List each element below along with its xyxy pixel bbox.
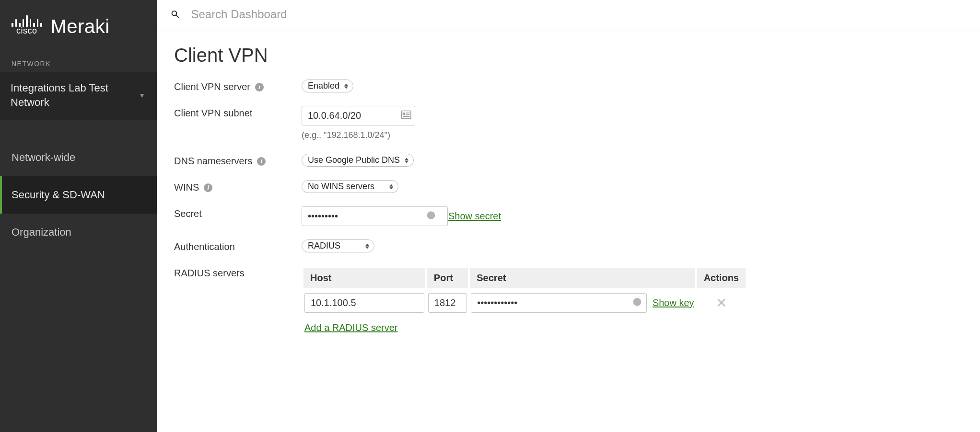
cisco-text: cisco: [16, 26, 37, 36]
input-radius-host[interactable]: [304, 293, 424, 313]
network-selector[interactable]: Integrations Lab Test Network ▼: [0, 72, 157, 120]
link-show-secret[interactable]: Show secret: [448, 211, 501, 222]
th-secret: Secret: [470, 268, 695, 288]
top-search-bar: [157, 0, 980, 31]
sidebar: cisco Meraki NETWORK Integrations Lab Te…: [0, 0, 157, 432]
input-vpn-subnet[interactable]: [302, 106, 415, 125]
remove-row-button[interactable]: ✕: [698, 295, 745, 311]
th-port: Port: [427, 268, 468, 288]
table-row-add: Add a RADIUS server: [303, 318, 746, 336]
sort-arrows-icon: [365, 243, 369, 249]
sidebar-item-network-wide[interactable]: Network-wide: [0, 139, 157, 176]
select-vpn-server[interactable]: Enabled: [302, 80, 353, 92]
sort-arrows-icon: [389, 184, 393, 190]
info-icon[interactable]: i: [257, 157, 266, 166]
network-name: Integrations Lab Test Network: [11, 81, 139, 109]
label-secret: Secret: [174, 208, 202, 219]
select-wins[interactable]: No WINS servers: [302, 180, 398, 193]
meraki-text: Meraki: [51, 17, 110, 36]
search-input[interactable]: [191, 8, 967, 21]
th-host: Host: [303, 268, 425, 288]
th-actions: Actions: [697, 268, 746, 288]
svg-rect-1: [403, 113, 405, 115]
sort-arrows-icon: [344, 83, 348, 89]
info-icon[interactable]: i: [255, 83, 264, 91]
table-row: Show key ✕: [303, 290, 746, 316]
client-vpn-form: Client VPN server i Enabled: [174, 80, 963, 338]
caret-down-icon: ▼: [139, 91, 145, 99]
label-authentication: Authentication: [174, 241, 235, 252]
svg-rect-3: [406, 114, 409, 115]
label-radius-servers: RADIUS servers: [174, 268, 245, 279]
label-vpn-server: Client VPN server: [174, 81, 250, 92]
sort-arrows-icon: [405, 158, 408, 163]
brand-logo: cisco Meraki: [0, 0, 157, 48]
input-radius-secret[interactable]: [471, 293, 647, 313]
svg-point-8: [636, 300, 638, 302]
select-vpn-server-value: Enabled: [308, 81, 339, 91]
cisco-bars-icon: [12, 13, 42, 27]
label-wins: WINS: [174, 182, 199, 193]
svg-point-6: [430, 213, 432, 216]
link-add-radius[interactable]: Add a RADIUS server: [304, 322, 398, 333]
hint-vpn-subnet: (e.g., "192.168.1.0/24"): [302, 130, 963, 140]
link-show-key[interactable]: Show key: [653, 297, 694, 308]
select-wins-value: No WINS servers: [308, 182, 374, 192]
select-authentication[interactable]: RADIUS: [302, 239, 374, 252]
svg-rect-2: [406, 113, 409, 114]
sidebar-item-security-sdwan[interactable]: Security & SD-WAN: [0, 176, 157, 214]
address-card-icon: [401, 110, 411, 121]
sidebar-item-label: Network-wide: [12, 151, 75, 163]
page-title: Client VPN: [174, 45, 963, 66]
radius-servers-table: Host Port Secret Actions: [302, 266, 747, 338]
input-radius-port[interactable]: [428, 293, 467, 313]
select-dns[interactable]: Use Google Public DNS: [302, 154, 414, 167]
sidebar-section-network: NETWORK: [0, 48, 157, 72]
search-icon: [170, 9, 180, 20]
select-authentication-value: RADIUS: [308, 241, 340, 251]
authenticator-icon: [426, 210, 436, 222]
select-dns-value: Use Google Public DNS: [308, 155, 400, 165]
sidebar-item-organization[interactable]: Organization: [0, 214, 157, 251]
cisco-logo: cisco: [12, 13, 42, 36]
main-content: Client VPN Client VPN server i Enabled: [157, 0, 980, 432]
sidebar-item-label: Organization: [12, 226, 71, 238]
sidebar-item-label: Security & SD-WAN: [12, 189, 105, 201]
authenticator-icon: [632, 297, 642, 309]
label-vpn-subnet: Client VPN subnet: [174, 108, 252, 119]
label-dns: DNS nameservers: [174, 156, 252, 167]
svg-rect-4: [403, 116, 409, 117]
info-icon[interactable]: i: [204, 183, 212, 192]
